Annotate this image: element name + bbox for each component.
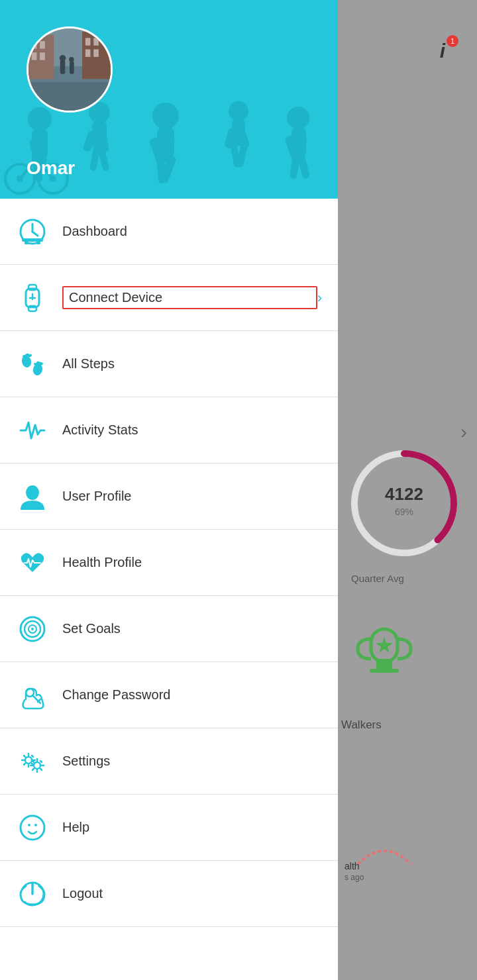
- clock-icon: [16, 215, 49, 248]
- svg-rect-57: [93, 38, 99, 45]
- svg-point-92: [34, 762, 40, 769]
- svg-text:69%: 69%: [395, 507, 413, 517]
- right-arrow: ›: [460, 420, 467, 443]
- svg-point-93: [21, 816, 44, 840]
- sidebar-item-help[interactable]: Help: [0, 795, 338, 861]
- svg-rect-56: [85, 38, 91, 45]
- sidebar-item-all-steps[interactable]: All Steps: [0, 331, 338, 397]
- steps-icon: [16, 348, 49, 381]
- sidebar-item-connect-device[interactable]: Connect Device ›: [0, 265, 338, 331]
- trophy-icon: [351, 622, 417, 691]
- svg-point-95: [34, 824, 37, 826]
- info-icon: i: [440, 40, 445, 62]
- svg-rect-68: [25, 242, 28, 244]
- svg-rect-54: [40, 52, 45, 60]
- user-name-label: Omar: [26, 158, 75, 179]
- svg-point-63: [69, 57, 74, 62]
- svg-rect-67: [22, 238, 43, 242]
- activity-icon: [16, 414, 49, 447]
- drawer-header: Omar: [0, 0, 338, 199]
- user-profile-label: User Profile: [62, 489, 322, 504]
- help-icon: [16, 811, 49, 844]
- svg-line-89: [32, 695, 40, 703]
- sidebar-item-logout[interactable]: Logout: [0, 861, 338, 927]
- right-panel: i 1 › 4122 69% Quarter Avg Walkers: [338, 0, 477, 980]
- svg-point-94: [28, 824, 30, 826]
- info-button[interactable]: i 1: [428, 36, 457, 66]
- svg-rect-53: [32, 52, 37, 60]
- svg-rect-60: [60, 60, 66, 74]
- quarter-avg-label: Quarter Avg: [351, 573, 404, 584]
- password-icon: [16, 679, 49, 712]
- svg-rect-72: [28, 306, 36, 311]
- health-profile-label: Health Profile: [62, 555, 322, 570]
- set-goals-label: Set Goals: [62, 621, 322, 636]
- svg-line-90: [38, 699, 40, 702]
- health-arc: [351, 831, 417, 871]
- connect-device-label: Connect Device: [62, 286, 317, 309]
- logout-label: Logout: [62, 886, 322, 901]
- svg-rect-37: [297, 153, 310, 179]
- menu-list: Dashboard Connect Device ›: [0, 199, 338, 980]
- svg-point-75: [21, 354, 32, 368]
- goals-icon: [16, 612, 49, 646]
- sidebar-item-change-password[interactable]: Change Password: [0, 662, 338, 728]
- svg-rect-6: [370, 669, 399, 673]
- sidebar-item-dashboard[interactable]: Dashboard: [0, 199, 338, 265]
- svg-point-20: [152, 103, 179, 129]
- svg-point-87: [31, 628, 34, 630]
- sidebar-item-set-goals[interactable]: Set Goals: [0, 596, 338, 662]
- svg-rect-52: [40, 41, 45, 48]
- svg-rect-69: [36, 242, 40, 244]
- all-steps-label: All Steps: [62, 356, 322, 371]
- user-icon: [16, 480, 49, 513]
- change-password-label: Change Password: [62, 687, 322, 703]
- svg-rect-51: [32, 41, 37, 48]
- settings-icon: [16, 745, 49, 778]
- svg-line-66: [32, 232, 38, 236]
- svg-point-61: [60, 55, 66, 62]
- logout-icon: [16, 877, 49, 910]
- walkers-label: Walkers: [341, 718, 382, 732]
- user-avatar-wrapper: [26, 26, 113, 113]
- connect-device-arrow: ›: [317, 289, 322, 307]
- activity-stats-label: Activity Stats: [62, 422, 322, 438]
- svg-rect-5: [376, 659, 392, 669]
- navigation-drawer: Omar Dashboard: [0, 0, 338, 980]
- svg-marker-7: [376, 637, 393, 653]
- settings-label: Settings: [62, 754, 322, 769]
- svg-rect-59: [93, 49, 99, 56]
- svg-point-83: [26, 485, 39, 500]
- watch-icon: [16, 281, 49, 315]
- sidebar-item-settings[interactable]: Settings: [0, 728, 338, 795]
- svg-rect-48: [28, 79, 111, 111]
- svg-point-26: [229, 101, 248, 121]
- sidebar-item-health-profile[interactable]: Health Profile: [0, 530, 338, 596]
- notification-badge: 1: [447, 35, 458, 47]
- sidebar-item-activity-stats[interactable]: Activity Stats: [0, 397, 338, 464]
- steps-circle-chart: 4122 69%: [344, 444, 464, 563]
- svg-point-32: [287, 107, 309, 129]
- svg-rect-62: [70, 62, 74, 74]
- dashboard-label: Dashboard: [62, 224, 322, 239]
- help-label: Help: [62, 820, 322, 835]
- health-icon: [16, 546, 49, 579]
- svg-rect-58: [85, 49, 91, 56]
- sidebar-item-user-profile[interactable]: User Profile: [0, 464, 338, 530]
- avatar: [26, 26, 113, 113]
- svg-rect-71: [28, 285, 36, 290]
- health-time-label: s ago: [344, 873, 364, 882]
- header-background: Omar: [0, 0, 338, 199]
- svg-point-91: [25, 757, 32, 763]
- svg-text:4122: 4122: [385, 484, 423, 504]
- health-partial-label: alth: [344, 861, 360, 871]
